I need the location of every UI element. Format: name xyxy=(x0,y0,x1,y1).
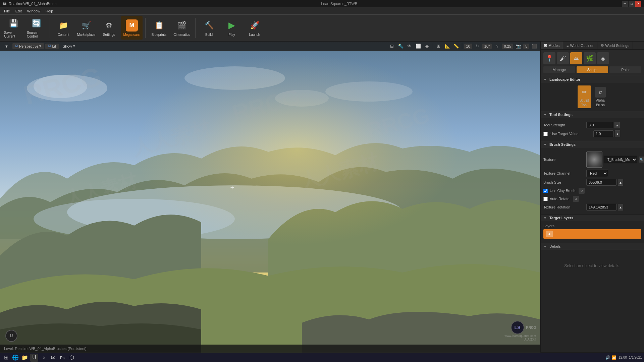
ue4-taskbar-btn[interactable]: U xyxy=(30,354,38,362)
browser-btn[interactable]: 🌐 xyxy=(11,354,19,362)
other-app-btn[interactable]: ⬡ xyxy=(68,354,76,362)
blueprints-button[interactable]: 📋 Blueprints xyxy=(148,16,170,40)
viewport-icon-6[interactable]: ⊞ xyxy=(435,43,442,50)
window-controls: ─ □ ✕ xyxy=(622,1,641,7)
camera-speed-btn[interactable]: 5 xyxy=(523,44,529,49)
maximize-viewport-icon[interactable]: ⬛ xyxy=(531,43,538,50)
details-collapse-icon: ▼ xyxy=(543,245,547,248)
megascans-icon: M xyxy=(126,19,138,32)
panel-tabs: ⊞ Modes ≡ World Outliner ⚙ World Setting… xyxy=(541,42,644,50)
texture-channel-dropdown[interactable]: Red Green Blue Alpha xyxy=(586,170,608,177)
tool-settings-header[interactable]: ▼ Tool Settings xyxy=(541,111,644,118)
viewport-icon-7[interactable]: 📐 xyxy=(444,43,451,50)
mode-sculpt-btn[interactable]: Sculpt xyxy=(577,66,608,73)
viewport-icon-1[interactable]: ⊞ xyxy=(388,43,396,50)
mode-icon-foliage[interactable]: 🌿 xyxy=(584,52,596,64)
mode-icon-mesh[interactable]: ◈ xyxy=(597,52,609,64)
landscape-editor-header[interactable]: ▼ Landscape Editor xyxy=(541,76,644,83)
minimize-btn[interactable]: ─ xyxy=(622,1,628,7)
texture-preview-inner xyxy=(587,152,602,167)
build-icon: 🔨 xyxy=(203,19,215,32)
texture-find-btn[interactable]: 🔍 xyxy=(639,157,644,163)
rotation-icon[interactable]: ↻ xyxy=(474,43,481,50)
viewport[interactable]: RRCG 人人素材 RRCG 人人素材 人人素材 RRCG + U LS RRC… xyxy=(0,42,540,353)
texture-dropdown[interactable]: T_Brushify_Moorlar xyxy=(604,156,637,163)
settings-button[interactable]: ⚙ Settings xyxy=(98,16,120,40)
viewport-icon-8[interactable]: 📏 xyxy=(452,43,460,50)
main-toolbar: 💾 Save Current 🔄 Source Control 📁 Conten… xyxy=(0,15,644,42)
brush-size-up[interactable]: ▲ xyxy=(618,179,623,186)
menu-file[interactable]: File xyxy=(1,8,13,14)
menu-edit[interactable]: Edit xyxy=(13,8,24,14)
auto-rotate-reset-btn[interactable]: ↺ xyxy=(573,196,579,202)
texture-channel-row: Texture Channel Red Green Blue Alpha xyxy=(543,169,641,178)
right-panel: ⊞ Modes ≡ World Outliner ⚙ World Setting… xyxy=(540,42,644,353)
clay-brush-reset-btn[interactable]: ↺ xyxy=(579,188,585,194)
viewport-icon-5[interactable]: ◈ xyxy=(423,43,431,50)
marketplace-button[interactable]: 🛒 Marketplace xyxy=(75,16,97,40)
launch-button[interactable]: 🚀 Launch xyxy=(244,16,265,40)
tool-settings-collapse-icon: ▼ xyxy=(543,113,547,117)
menu-window[interactable]: Window xyxy=(24,8,43,14)
tab-world-outliner[interactable]: ≡ World Outliner xyxy=(563,42,597,49)
source-control-button[interactable]: 🔄 Source Control xyxy=(25,16,47,40)
level-status: Level: RealtimeWB_04_AlphaBrushes (Persi… xyxy=(4,347,87,351)
taskbar: ⊞ 🌐 📁 U ♪ ✉ Ps ⬡ 🔊 📶 12:00 1/1/2021 xyxy=(0,353,644,362)
auto-rotate-checkbox[interactable] xyxy=(543,197,548,201)
start-btn[interactable]: ⊞ xyxy=(2,354,10,362)
scale-snap-btn[interactable]: 0.25 xyxy=(502,44,513,49)
tool-strength-input[interactable] xyxy=(586,122,613,128)
save-current-button[interactable]: 💾 Save Current xyxy=(3,16,24,40)
scale-icon[interactable]: ⤡ xyxy=(493,43,500,50)
rotation-snap-btn[interactable]: 10° xyxy=(482,44,492,49)
tab-modes[interactable]: ⊞ Modes xyxy=(541,42,563,49)
show-label: Show xyxy=(63,44,72,48)
tab-world-settings[interactable]: ⚙ World Settings xyxy=(597,42,633,49)
sculpt-tool-btn[interactable]: ✏ Sculpt Tool xyxy=(578,85,591,108)
grid-size-btn[interactable]: 10 xyxy=(464,44,472,49)
play-button[interactable]: ▶ Play xyxy=(221,16,243,40)
sculpt-tools-row: ✏ Sculpt Tool α Alpha Brush xyxy=(543,85,641,108)
viewport-icon-4[interactable]: ⬜ xyxy=(415,43,422,50)
mode-icon-landscape[interactable]: ⛰ xyxy=(570,52,582,64)
brush-size-input[interactable] xyxy=(586,179,616,186)
lit-dropdown[interactable]: ☑ Lit xyxy=(45,44,59,49)
show-dropdown[interactable]: Show ▾ xyxy=(60,43,78,49)
perspective-label: Perspective xyxy=(19,44,38,48)
mode-icon-place[interactable]: 📍 xyxy=(543,52,555,64)
texture-rotation-input[interactable] xyxy=(586,204,616,210)
layers-label: Layers xyxy=(543,224,641,228)
menu-help[interactable]: Help xyxy=(43,8,56,14)
target-value-input[interactable] xyxy=(593,130,613,137)
mode-icon-paint[interactable]: 🖌 xyxy=(557,52,569,64)
build-button[interactable]: 🔨 Build xyxy=(198,16,220,40)
viewport-dropdown-btn[interactable]: ▼ xyxy=(2,44,11,49)
close-btn[interactable]: ✕ xyxy=(635,1,641,7)
photoshop-btn[interactable]: Ps xyxy=(58,354,66,362)
viewport-icon-3[interactable]: 👁 xyxy=(406,43,413,50)
mode-paint-btn[interactable]: Paint xyxy=(609,66,641,73)
tool-settings-section: ▼ Tool Settings Tool Strength ▲ Use Targ… xyxy=(541,111,644,141)
viewport-icon-2[interactable]: 🔦 xyxy=(397,43,405,50)
target-layers-header[interactable]: ▼ Target Layers xyxy=(541,215,644,221)
spotify-btn[interactable]: ♪ xyxy=(40,354,48,362)
use-clay-brush-checkbox[interactable] xyxy=(543,189,548,193)
details-header[interactable]: ▼ Details xyxy=(541,243,644,250)
cinematics-button[interactable]: 🎬 Cinematics xyxy=(171,16,193,40)
layer-item[interactable]: ▲ xyxy=(543,229,641,239)
alpha-brush-btn[interactable]: α Alpha Brush xyxy=(594,85,607,108)
megascans-button[interactable]: M Megascans xyxy=(121,16,143,40)
mode-manage-btn[interactable]: Manage xyxy=(543,66,575,73)
perspective-dropdown[interactable]: ☑ Perspective ▾ xyxy=(12,43,44,49)
brush-settings-header[interactable]: ▼ Brush Settings xyxy=(541,141,644,148)
target-value-up[interactable]: ▲ xyxy=(615,130,620,137)
maximize-btn[interactable]: □ xyxy=(629,1,635,7)
explorer-btn[interactable]: 📁 xyxy=(21,354,29,362)
mail-btn[interactable]: ✉ xyxy=(49,354,57,362)
tool-strength-up[interactable]: ▲ xyxy=(614,122,620,128)
use-target-value-checkbox[interactable] xyxy=(543,132,548,136)
texture-rotation-up[interactable]: ▲ xyxy=(618,204,623,210)
cinematics-icon: 🎬 xyxy=(176,19,188,32)
content-button[interactable]: 📁 Content xyxy=(53,16,74,40)
camera-icon[interactable]: 📷 xyxy=(515,43,522,50)
